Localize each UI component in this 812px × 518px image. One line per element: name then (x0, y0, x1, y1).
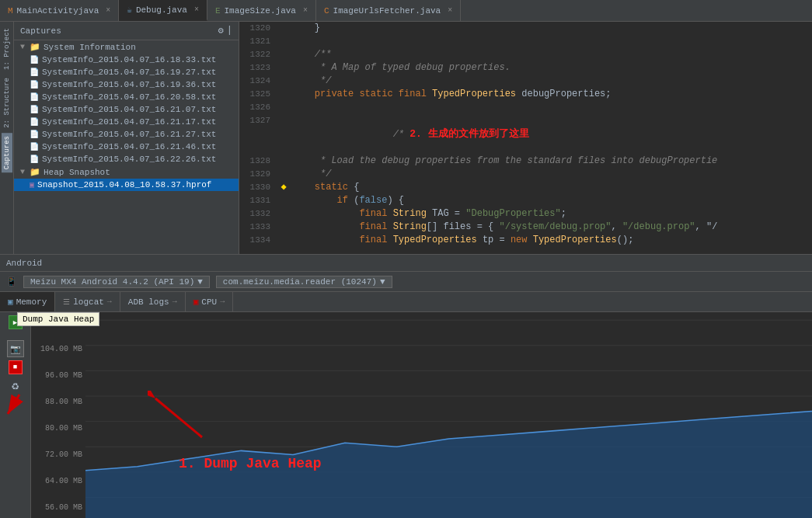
package-label: com.meizu.media.reader (10247) (223, 277, 377, 287)
expand-icon: ▼ (20, 43, 28, 51)
file-icon-3: 📄 (30, 80, 39, 89)
tab-imagesize-close[interactable]: × (303, 6, 308, 15)
tree-system-info-folder[interactable]: ▼ 📁 System Information (14, 40, 239, 54)
graph-label-7: 56.00 MB (34, 503, 82, 512)
bottom-section: Android 📱 Meizu MX4 Android 4.4.2 (API 1… (0, 254, 812, 518)
graph-label-1: 104.00 MB (34, 345, 82, 353)
left-panel: 1: Project 2: Structure Captures Capture… (0, 22, 239, 254)
file-icon-7: 📄 (30, 130, 39, 139)
tab-memory-label: Memory (16, 297, 47, 307)
tree-sysinfo-8[interactable]: 📄 SystemInfo_2015.04.07_16.21.46.txt (14, 141, 239, 153)
gc-button[interactable]: ♻ (7, 377, 24, 395)
tree-sysinfo-2-label: SystemInfo_2015.04.07_16.19.27.txt (42, 68, 216, 77)
line-num-1334: 1334 (239, 234, 278, 247)
project-side-label[interactable]: 1: Project (2, 25, 12, 73)
step1-annotation: 1. Dump Java Heap (179, 456, 322, 471)
tab-mainactivity[interactable]: M MainActivityjava × (0, 0, 119, 21)
tab-mainactivity-close[interactable]: × (106, 6, 110, 15)
line-num-1332: 1332 (239, 207, 278, 221)
code-line-1320: 1320 } (239, 22, 812, 35)
tab-imageurls[interactable]: C ImageUrlsFetcher.java × (316, 0, 461, 21)
code-line-1325: 1325 private static final TypedPropertie… (239, 88, 812, 101)
tab-debug-close[interactable]: × (194, 5, 199, 14)
imagesize-icon: E (215, 6, 221, 16)
tab-adb[interactable]: ADB logs → (120, 292, 186, 311)
sidebar-title: Captures (20, 26, 61, 36)
settings-icon[interactable]: ⚙ (218, 25, 224, 37)
device-bar: 📱 Meizu MX4 Android 4.4.2 (API 19) ▼ com… (0, 272, 812, 292)
tree-sysinfo-5-label: SystemInfo_2015.04.07_16.21.07.txt (42, 105, 216, 114)
breakpoint-icon: ◆ (278, 181, 289, 194)
code-line-1323: 1323 * A Map of typed debug properties. (239, 61, 812, 75)
code-line-1327: 1327 /* 2. 生成的文件放到了这里 (239, 114, 812, 155)
tree-sysinfo-2[interactable]: 📄 SystemInfo_2015.04.07_16.19.27.txt (14, 66, 239, 78)
mainactivity-icon: M (8, 6, 13, 16)
device-selector[interactable]: Meizu MX4 Android 4.4.2 (API 19) ▼ (23, 276, 210, 288)
tab-debug[interactable]: ☕ Debug.java × (119, 0, 207, 21)
device-icon: 📱 (6, 276, 17, 287)
tree-sysinfo-6-label: SystemInfo_2015.04.07_16.21.17.txt (42, 117, 216, 127)
cpu-icon: ▣ (193, 297, 199, 307)
tab-memory[interactable]: ▣ Memory (0, 292, 55, 311)
tree-sysinfo-6[interactable]: 📄 SystemInfo_2015.04.07_16.21.17.txt (14, 116, 239, 128)
file-icon-9: 📄 (30, 155, 39, 164)
editor-tab-bar: M MainActivityjava × ☕ Debug.java × E Im… (0, 0, 812, 22)
sidebar-header: Captures ⚙ | (14, 22, 239, 40)
line-num-1330: 1330 (239, 181, 278, 194)
stop-button[interactable]: ■ (9, 360, 23, 374)
line-num-1324: 1324 (239, 75, 278, 88)
cpu-arrow: → (220, 297, 225, 306)
tree-sysinfo-8-label: SystemInfo_2015.04.07_16.21.46.txt (42, 142, 216, 151)
tree-sysinfo-4[interactable]: 📄 SystemInfo_2015.04.07_16.20.58.txt (14, 91, 239, 103)
code-content-1320: } (289, 22, 812, 35)
line-num-1327: 1327 (239, 114, 278, 127)
package-selector[interactable]: com.meizu.media.reader (10247) ▼ (216, 276, 392, 288)
dump-heap-button[interactable]: 📷 (7, 340, 24, 357)
code-line-1322: 1322 /** (239, 48, 812, 61)
tree-sysinfo-1[interactable]: 📄 SystemInfo_2015.04.07_16.18.33.txt (14, 54, 239, 66)
tab-imagesize[interactable]: E ImageSize.java × (207, 0, 316, 21)
logcat-arrow: → (107, 297, 112, 306)
tree-sysinfo-9[interactable]: 📄 SystemInfo_2015.04.07_16.22.26.txt (14, 153, 239, 165)
tab-debug-label: Debug.java (136, 5, 187, 15)
main-area: 1: Project 2: Structure Captures Capture… (0, 22, 812, 254)
line-num-1321: 1321 (239, 35, 278, 48)
code-line-1333: 1333 final String[] files = { "/system/d… (239, 221, 812, 234)
captures-side-label[interactable]: Captures (2, 133, 12, 172)
tab-cpu[interactable]: ▣ CPU → (186, 292, 233, 311)
graph-y-labels: 115.65 MB 104.00 MB 96.00 MB 88.00 MB 80… (31, 312, 85, 518)
line-num-1333: 1333 (239, 221, 278, 234)
code-line-1328: 1328 * Load the debug properties from th… (239, 155, 812, 168)
tab-imageurls-close[interactable]: × (448, 6, 452, 15)
android-bar: Android (0, 255, 812, 272)
code-line-1331: 1331 if (false) { (239, 194, 812, 207)
graph-label-4: 80.00 MB (34, 424, 82, 433)
memory-content: ▶ Dump Java Heap 📷 ■ ♻ (0, 312, 812, 518)
line-num-1320: 1320 (239, 22, 278, 35)
graph-label-2: 96.00 MB (34, 371, 82, 380)
svg-line-3 (8, 395, 19, 414)
camera-icon: 📷 (10, 344, 21, 354)
package-dropdown-icon: ▼ (380, 277, 385, 287)
structure-side-label[interactable]: 2: Structure (2, 75, 12, 131)
tree-sysinfo-5[interactable]: 📄 SystemInfo_2015.04.07_16.21.07.txt (14, 103, 239, 116)
tab-logcat[interactable]: ☰ logcat → (55, 292, 120, 311)
file-icon-4: 📄 (30, 92, 39, 102)
tree-heap-folder[interactable]: ▼ 📁 Heap Snapshot (14, 165, 239, 179)
sidebar-tree: ▼ 📁 System Information 📄 SystemInfo_2015… (14, 40, 239, 254)
folder-icon: 📁 (30, 42, 40, 52)
file-icon-5: 📄 (30, 105, 39, 114)
file-icon-8: 📄 (30, 142, 39, 151)
code-line-1330: 1330 ◆ static { (239, 181, 812, 194)
code-scroll[interactable]: 1320 } 1321 1322 /** (239, 22, 812, 254)
tree-sysinfo-3[interactable]: 📄 SystemInfo_2015.04.07_16.19.36.txt (14, 78, 239, 91)
memory-graph: 115.65 MB 104.00 MB 96.00 MB 88.00 MB 80… (31, 312, 812, 518)
dump-heap-tooltip: Dump Java Heap (17, 312, 99, 326)
graph-label-5: 72.00 MB (34, 450, 82, 459)
tree-snapshot-file[interactable]: ▣ Snapshot_2015.04.08_10.58.37.hprof (14, 179, 239, 191)
code-line-1326: 1326 (239, 101, 812, 114)
side-icons: 1: Project 2: Structure Captures (0, 22, 14, 254)
tree-sysinfo-9-label: SystemInfo_2015.04.07_16.22.26.txt (42, 155, 216, 164)
tree-sysinfo-7[interactable]: 📄 SystemInfo_2015.04.07_16.21.27.txt (14, 128, 239, 141)
file-icon-2: 📄 (30, 68, 39, 77)
